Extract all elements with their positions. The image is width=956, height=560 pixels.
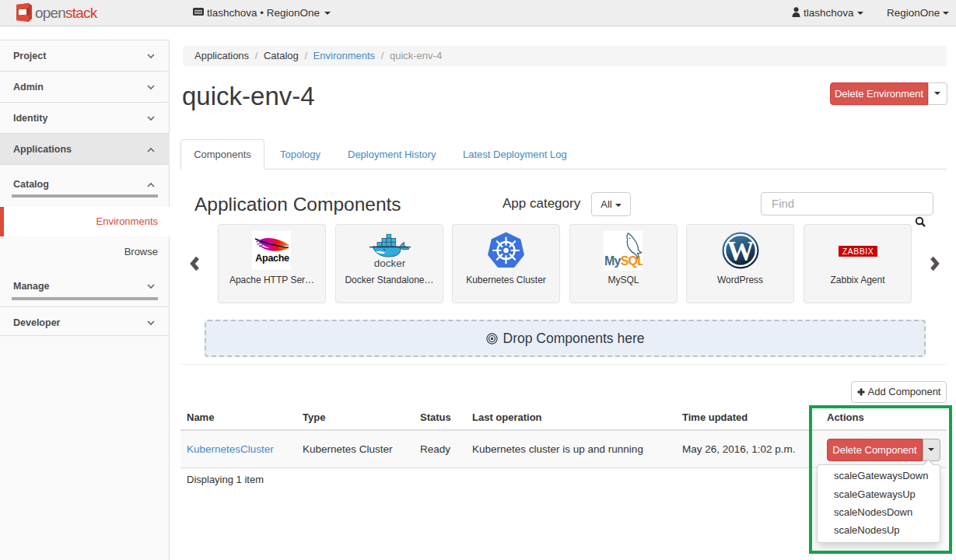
svg-text:MySQL: MySQL xyxy=(604,254,643,268)
svg-text:docker: docker xyxy=(374,257,406,269)
svg-text:Apache: Apache xyxy=(255,253,289,264)
svg-text:W: W xyxy=(727,236,755,267)
